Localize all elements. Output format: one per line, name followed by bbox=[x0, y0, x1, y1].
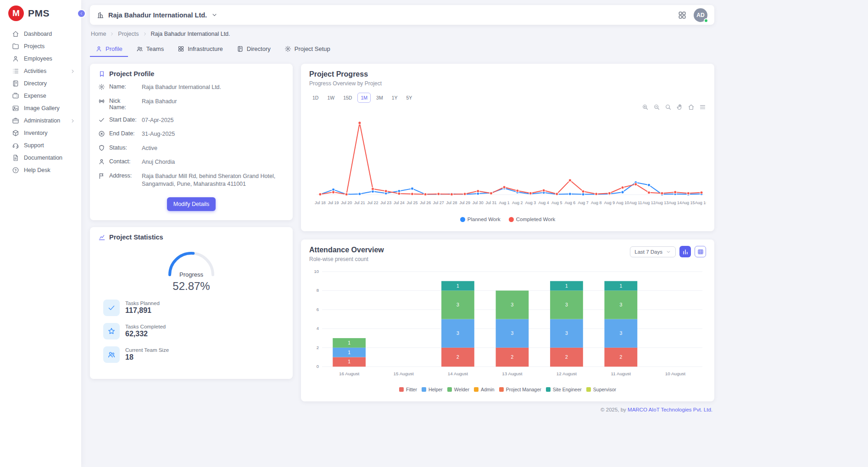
sidebar-item-support[interactable]: Support bbox=[0, 139, 81, 151]
chart-line-icon bbox=[98, 234, 106, 241]
chevron-down-icon bbox=[211, 11, 218, 18]
tab-infrastructure[interactable]: Infrastructure bbox=[172, 41, 228, 57]
progress-card-title: Project Progress bbox=[309, 70, 706, 78]
svg-text:13 August: 13 August bbox=[502, 371, 523, 376]
field-value: 07-Apr-2025 bbox=[142, 117, 284, 125]
range-button-3m[interactable]: 3M bbox=[373, 93, 386, 103]
selection-zoom-icon[interactable] bbox=[665, 104, 672, 111]
tab-project-setup[interactable]: Project Setup bbox=[279, 41, 336, 57]
legend-item-planned-work[interactable]: Planned Work bbox=[460, 217, 501, 222]
stat-label: Tasks Completed bbox=[125, 324, 166, 329]
app-logo[interactable]: M PMS bbox=[0, 0, 81, 28]
chart-view-toggle[interactable] bbox=[679, 246, 691, 257]
legend-item-admin[interactable]: Admin bbox=[474, 387, 495, 392]
breadcrumb-item[interactable]: Home bbox=[91, 31, 106, 37]
field-label: Contact: bbox=[109, 158, 138, 165]
legend-item-helper[interactable]: Helper bbox=[422, 387, 443, 392]
sidebar-item-label: Directory bbox=[24, 80, 76, 87]
stat-value: 62,332 bbox=[125, 330, 166, 338]
profile-fields: Name:Raja Bahadur International Ltd.Nick… bbox=[98, 83, 284, 189]
table-view-toggle[interactable] bbox=[695, 246, 706, 257]
chart-menu-icon[interactable] bbox=[699, 104, 706, 111]
progress-card-subtitle: Progress Overview by Project bbox=[309, 80, 706, 87]
legend-swatch bbox=[546, 387, 551, 392]
range-button-1m[interactable]: 1M bbox=[357, 93, 371, 103]
sidebar-item-activities[interactable]: Activities bbox=[0, 65, 81, 77]
tab-profile[interactable]: Profile bbox=[90, 41, 128, 57]
tab-teams[interactable]: Teams bbox=[131, 41, 169, 57]
gauge-label: Progress bbox=[164, 271, 219, 278]
legend-label: Welder bbox=[454, 387, 469, 392]
cog-icon bbox=[98, 83, 105, 90]
legend-label: Site Engineer bbox=[553, 387, 582, 392]
sidebar-item-label: Support bbox=[24, 142, 76, 149]
legend-item-supervisor[interactable]: Supervisor bbox=[586, 387, 616, 392]
sidebar-item-directory[interactable]: Directory bbox=[0, 78, 81, 89]
legend-item-site-engineer[interactable]: Site Engineer bbox=[546, 387, 582, 392]
building-icon bbox=[97, 11, 104, 19]
sidebar-item-label: Dashboard bbox=[24, 31, 76, 37]
zoom-out-icon[interactable] bbox=[653, 104, 660, 111]
sidebar-item-inventory[interactable]: Inventory bbox=[0, 127, 81, 139]
svg-text:3: 3 bbox=[456, 331, 459, 336]
modify-details-button[interactable]: Modify Details bbox=[167, 197, 216, 211]
breadcrumb-item: Raja Bahadur International Ltd. bbox=[151, 31, 230, 37]
pan-icon[interactable] bbox=[676, 104, 683, 111]
chevron-right-icon bbox=[142, 31, 148, 37]
company-selector[interactable]: Raja Bahadur International Ltd. bbox=[97, 11, 218, 19]
range-button-1d[interactable]: 1D bbox=[309, 93, 322, 103]
sidebar-item-expense[interactable]: Expense bbox=[0, 90, 81, 102]
avatar[interactable]: AD bbox=[694, 8, 707, 22]
range-button-15d[interactable]: 15D bbox=[340, 93, 355, 103]
sidebar-item-projects[interactable]: Projects bbox=[0, 40, 81, 52]
project-profile-card: Project Profile Name:Raja Bahadur Intern… bbox=[90, 64, 293, 220]
svg-text:Aug 2: Aug 2 bbox=[512, 200, 523, 205]
svg-text:2: 2 bbox=[619, 355, 622, 360]
field-label: Nick Name: bbox=[109, 98, 138, 111]
zoom-in-icon[interactable] bbox=[642, 104, 649, 111]
sidebar-collapse-button[interactable] bbox=[77, 9, 86, 18]
sidebar-item-image-gallery[interactable]: Image Gallery bbox=[0, 102, 81, 114]
svg-text:Aug 10: Aug 10 bbox=[616, 200, 629, 205]
wallet-icon bbox=[12, 92, 19, 100]
field-value: Raja Bahadur Mill Rd, behind Sheraton Gr… bbox=[142, 172, 284, 189]
tab-directory[interactable]: Directory bbox=[231, 41, 276, 57]
sidebar-item-dashboard[interactable]: Dashboard bbox=[0, 28, 81, 40]
date-range-select[interactable]: Last 7 Days bbox=[630, 246, 676, 257]
svg-text:3: 3 bbox=[619, 331, 622, 336]
sidebar-item-employees[interactable]: Employees bbox=[0, 53, 81, 65]
legend-item-project-manager[interactable]: Project Manager bbox=[499, 387, 541, 392]
attendance-card-title: Attendance Overview bbox=[309, 246, 384, 254]
reset-zoom-icon[interactable] bbox=[688, 104, 695, 111]
svg-text:Jul 19: Jul 19 bbox=[328, 200, 339, 205]
sidebar-item-help-desk[interactable]: Help Desk bbox=[0, 164, 81, 176]
stat-label: Tasks Planned bbox=[125, 300, 160, 306]
sidebar-item-label: Help Desk bbox=[24, 167, 76, 173]
table-icon bbox=[697, 249, 704, 255]
apps-grid-icon[interactable] bbox=[678, 11, 687, 20]
flag-icon bbox=[98, 172, 105, 179]
svg-text:Jul 30: Jul 30 bbox=[473, 200, 484, 205]
progress-chart-legend: Planned WorkCompleted Work bbox=[309, 217, 706, 222]
sidebar-item-documentation[interactable]: Documentation bbox=[0, 152, 81, 164]
project-progress-card: Project Progress Progress Overview by Pr… bbox=[301, 64, 714, 231]
range-button-5y[interactable]: 5Y bbox=[403, 93, 415, 103]
attendance-bar-chart[interactable]: 024681011116 August15 August233114 Augus… bbox=[309, 267, 706, 385]
breadcrumb-item[interactable]: Projects bbox=[118, 31, 139, 37]
footer-company-link[interactable]: MARCO AIoT Technologies Pvt. Ltd. bbox=[628, 407, 712, 412]
legend-item-completed-work[interactable]: Completed Work bbox=[509, 217, 555, 222]
range-button-1w[interactable]: 1W bbox=[324, 93, 338, 103]
legend-item-welder[interactable]: Welder bbox=[447, 387, 469, 392]
sidebar-item-administration[interactable]: Administration bbox=[0, 115, 81, 127]
progress-line-chart[interactable]: Jul 18Jul 19Jul 20Jul 21Jul 22Jul 23Jul … bbox=[309, 111, 706, 215]
svg-text:4: 4 bbox=[317, 326, 319, 331]
svg-text:Aug 15: Aug 15 bbox=[682, 200, 695, 205]
svg-text:Jul 21: Jul 21 bbox=[354, 200, 365, 205]
logo-text: PMS bbox=[28, 8, 50, 19]
gauge-value: 52.87% bbox=[98, 280, 284, 293]
sidebar-nav: DashboardProjectsEmployeesActivitiesDire… bbox=[0, 28, 81, 176]
range-button-1y[interactable]: 1Y bbox=[389, 93, 401, 103]
project-statistics-card: Project Statistics Progress 52.87% Tasks… bbox=[90, 227, 293, 379]
legend-label: Planned Work bbox=[467, 217, 501, 222]
legend-item-fitter[interactable]: Fitter bbox=[399, 387, 417, 392]
